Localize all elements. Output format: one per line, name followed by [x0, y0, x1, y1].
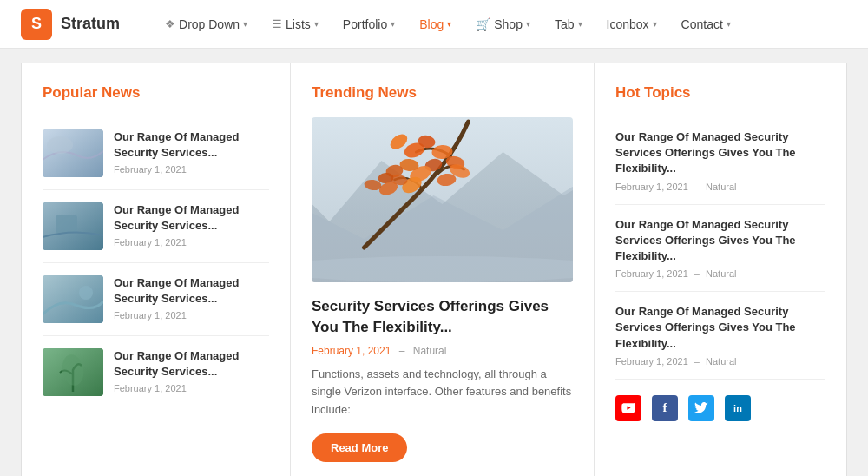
social-icons-row: f in: [615, 395, 825, 421]
trending-image-svg: [312, 117, 573, 282]
trending-news-column: Trending News: [291, 63, 595, 476]
nav-label-iconbox: Iconbox: [607, 17, 649, 31]
chevron-down-icon: ▾: [243, 19, 247, 29]
thumbnail-2: [43, 202, 103, 250]
trending-description: Functions, assets and technology, all th…: [312, 366, 573, 420]
nav-items: ❖ Drop Down ▾ ☰ Lists ▾ Portfolio ▾ Blog…: [155, 10, 847, 38]
hot-topics-column: Hot Topics Our Range Of Managed Security…: [595, 63, 846, 476]
read-more-button[interactable]: Read More: [312, 433, 407, 462]
facebook-icon[interactable]: f: [652, 395, 678, 421]
linkedin-icon[interactable]: in: [725, 395, 751, 421]
thumb-svg-4: [43, 348, 103, 396]
hot-topic-title-2[interactable]: Our Range Of Managed Security Services O…: [615, 217, 825, 265]
news-date-3: February 1, 2021: [114, 310, 269, 321]
news-title-4[interactable]: Our Range Of Managed Security Services..…: [114, 348, 269, 380]
nav-label-shop: Shop: [494, 17, 523, 31]
trending-article-meta: February 1, 2021 – Natural: [312, 345, 573, 357]
svg-point-9: [312, 256, 573, 282]
cart-icon: 🛒: [476, 17, 490, 31]
popular-news-title: Popular News: [43, 84, 269, 102]
nav-label-tab: Tab: [555, 17, 575, 31]
hot-topics-title: Hot Topics: [615, 84, 825, 102]
brand-logo[interactable]: S Stratum: [21, 9, 120, 40]
chevron-down-icon-blog: ▾: [447, 19, 451, 29]
news-info-1: Our Range Of Managed Security Services..…: [114, 129, 269, 175]
chevron-down-icon-shop: ▾: [526, 19, 530, 29]
chevron-down-icon-portfolio: ▾: [391, 19, 395, 29]
trending-news-title: Trending News: [312, 84, 573, 102]
nav-item-lists[interactable]: ☰ Lists ▾: [261, 10, 329, 38]
nav-item-blog[interactable]: Blog ▾: [409, 10, 462, 38]
thumbnail-4: [43, 348, 103, 396]
youtube-icon[interactable]: [615, 395, 641, 421]
meta-sep-3: –: [694, 356, 700, 367]
svg-rect-4: [43, 275, 103, 323]
thumb-svg-1: [43, 129, 103, 177]
list-item: Our Range Of Managed Security Services..…: [43, 190, 269, 263]
news-title-1[interactable]: Our Range Of Managed Security Services..…: [114, 129, 269, 161]
news-title-2[interactable]: Our Range Of Managed Security Services..…: [114, 202, 269, 234]
trending-date: February 1, 2021: [312, 345, 391, 357]
twitter-icon[interactable]: [688, 395, 714, 421]
list-item: Our Range Of Managed Security Services..…: [43, 263, 269, 336]
brand-name: Stratum: [61, 15, 120, 33]
hot-topic-date-3: February 1, 2021: [615, 356, 688, 367]
news-date-2: February 1, 2021: [114, 237, 269, 248]
news-date-4: February 1, 2021: [114, 383, 269, 393]
news-info-3: Our Range Of Managed Security Services..…: [114, 275, 269, 321]
nav-label-dropdown: Drop Down: [179, 17, 240, 31]
trending-article-title[interactable]: Security Services Offerings Gives You Th…: [312, 296, 573, 338]
nav-item-dropdown[interactable]: ❖ Drop Down ▾: [155, 10, 258, 38]
navbar: S Stratum ❖ Drop Down ▾ ☰ Lists ▾ Portfo…: [0, 0, 868, 49]
nav-label-blog: Blog: [419, 17, 444, 31]
brand-icon: S: [21, 9, 52, 40]
meta-sep-1: –: [694, 182, 700, 192]
meta-sep-2: –: [694, 268, 700, 279]
hot-topic-cat-2[interactable]: Natural: [706, 268, 736, 279]
hot-topic-item: Our Range Of Managed Security Services O…: [615, 292, 825, 380]
nav-label-portfolio: Portfolio: [343, 17, 387, 31]
page-wrapper: S Stratum ❖ Drop Down ▾ ☰ Lists ▾ Portfo…: [0, 0, 868, 476]
nav-item-portfolio[interactable]: Portfolio ▾: [332, 10, 405, 38]
nav-item-tab[interactable]: Tab ▾: [544, 10, 593, 38]
chevron-down-icon-contact: ▾: [727, 19, 731, 29]
nav-item-iconbox[interactable]: Iconbox ▾: [596, 10, 667, 38]
news-title-3[interactable]: Our Range Of Managed Security Services..…: [114, 275, 269, 307]
hot-topic-date-1: February 1, 2021: [615, 182, 688, 192]
hot-topic-item: Our Range Of Managed Security Services O…: [615, 205, 825, 293]
hot-topic-date-2: February 1, 2021: [615, 268, 688, 279]
svg-point-1: [47, 136, 73, 154]
hot-topic-cat-1[interactable]: Natural: [706, 182, 736, 192]
list-icon: ☰: [272, 17, 282, 30]
meta-separator: –: [399, 345, 405, 357]
thumb-svg-2: [43, 202, 103, 250]
hot-topic-cat-3[interactable]: Natural: [706, 356, 736, 367]
news-date-1: February 1, 2021: [114, 164, 269, 175]
trending-image: [312, 117, 573, 282]
news-info-4: Our Range Of Managed Security Services..…: [114, 348, 269, 393]
thumbnail-1: [43, 129, 103, 177]
thumbnail-3: [43, 275, 103, 323]
chevron-down-icon-iconbox: ▾: [653, 19, 657, 29]
content-wrapper: Popular News Our Range Of Managed Securi…: [21, 63, 847, 476]
hot-topic-item: Our Range Of Managed Security Services O…: [615, 117, 825, 205]
popular-news-column: Popular News Our Range Of Managed Securi…: [22, 63, 291, 476]
list-item: Our Range Of Managed Security Services..…: [43, 117, 269, 190]
hot-topic-title-3[interactable]: Our Range Of Managed Security Services O…: [615, 304, 825, 352]
popular-news-list: Our Range Of Managed Security Services..…: [43, 117, 269, 408]
thumb-svg-3: [43, 275, 103, 323]
nav-label-contact: Contact: [681, 17, 723, 31]
hot-topic-title-1[interactable]: Our Range Of Managed Security Services O…: [615, 129, 825, 177]
hot-topic-meta-2: February 1, 2021 – Natural: [615, 268, 825, 279]
layers-icon: ❖: [165, 17, 175, 30]
nav-item-shop[interactable]: 🛒 Shop ▾: [465, 10, 541, 38]
nav-label-lists: Lists: [286, 17, 311, 31]
chevron-down-icon-lists: ▾: [314, 19, 319, 29]
hot-topic-meta-1: February 1, 2021 – Natural: [615, 182, 825, 192]
svg-rect-3: [56, 215, 77, 233]
news-info-2: Our Range Of Managed Security Services..…: [114, 202, 269, 248]
trending-category[interactable]: Natural: [413, 345, 447, 357]
nav-item-contact[interactable]: Contact ▾: [671, 10, 741, 38]
hot-topic-meta-3: February 1, 2021 – Natural: [615, 356, 825, 367]
list-item: Our Range Of Managed Security Services..…: [43, 336, 269, 408]
